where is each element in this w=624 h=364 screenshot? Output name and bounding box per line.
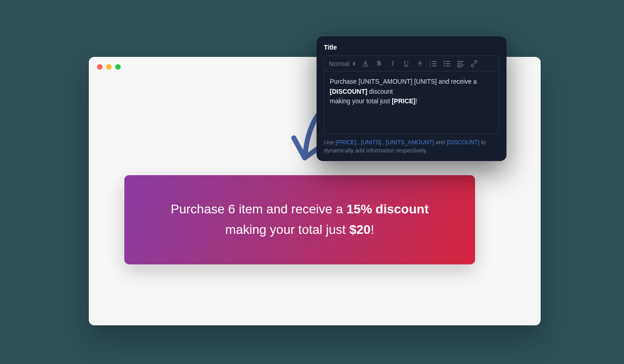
units-token-hint: [UNITS]: [361, 139, 381, 146]
editor-text: !: [415, 97, 417, 105]
editor-textarea[interactable]: Purchase [UNITS_AMOUNT] [UNITS] and rece…: [324, 71, 499, 134]
editor-text: discount: [367, 88, 393, 95]
svg-point-10: [444, 63, 445, 64]
editor-text: making your total just: [330, 97, 392, 105]
discount-token: [DISCOUNT]: [330, 88, 367, 95]
font-color-button[interactable]: A: [361, 60, 369, 67]
banner-line2-text: making your total just: [225, 222, 349, 237]
units-amount-token-hint: [UNITS_AMOUNT]: [386, 139, 434, 146]
helper-text: Use [PRICE] , [UNITS] , [UNITS_AMOUNT] a…: [324, 139, 499, 155]
price-token-hint: [PRICE]: [336, 139, 356, 146]
italic-button[interactable]: I: [389, 60, 397, 67]
title-editor-panel: Title Normal ▲▼ A B I U S 123: [317, 36, 506, 161]
editor-toolbar: Normal ▲▼ A B I U S 123: [324, 56, 499, 71]
editor-title-label: Title: [324, 44, 499, 51]
rich-text-editor: Normal ▲▼ A B I U S 123 Purchase [UNITS_…: [324, 56, 499, 134]
units-amount-token: [UNITS_AMOUNT]: [358, 78, 412, 85]
editor-text: and receive a: [437, 78, 477, 85]
underline-button[interactable]: U: [402, 60, 410, 67]
promo-banner: Purchase 6 item and receive a 15% discou…: [124, 175, 475, 264]
discount-token-hint: [DISCOUNT]: [447, 139, 480, 146]
svg-point-11: [444, 65, 445, 66]
banner-discount-bold: 15% discount: [347, 202, 429, 216]
units-token: [UNITS]: [414, 78, 437, 85]
bold-button[interactable]: B: [375, 60, 383, 67]
close-window-button[interactable]: [97, 64, 102, 70]
editor-text: Purchase: [330, 78, 358, 85]
price-token: [PRICE]: [392, 97, 415, 105]
link-button[interactable]: [471, 60, 479, 67]
format-select-label: Normal: [329, 60, 349, 67]
minimize-window-button[interactable]: [106, 64, 112, 70]
format-select[interactable]: Normal ▲▼: [329, 60, 356, 67]
ordered-list-button[interactable]: 123: [430, 60, 438, 67]
align-button[interactable]: [457, 60, 465, 67]
banner-line1-text: Purchase 6 item and receive a: [171, 202, 347, 216]
banner-price-bold: $20: [349, 222, 371, 237]
banner-line2-post: !: [371, 222, 374, 237]
svg-point-9: [444, 61, 445, 62]
chevron-updown-icon: ▲▼: [352, 61, 356, 66]
maximize-window-button[interactable]: [115, 64, 121, 70]
svg-text:3: 3: [430, 65, 431, 67]
strikethrough-button[interactable]: S: [416, 60, 424, 67]
bullet-list-button[interactable]: [443, 60, 451, 67]
